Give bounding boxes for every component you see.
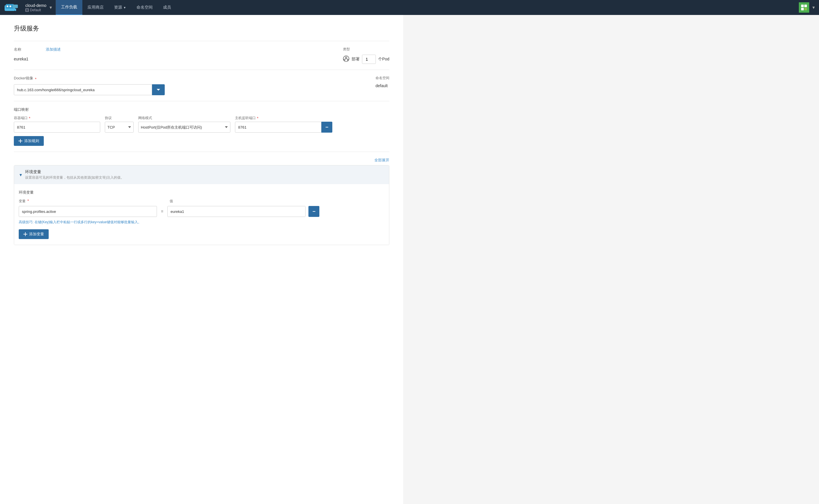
nav-link-namespace[interactable]: 命名空间 (131, 0, 158, 15)
env-val-header: 值 (169, 198, 308, 204)
add-var-label: 添加变量 (29, 232, 44, 237)
logo (3, 2, 20, 13)
name-group: 名称 eureka1 (14, 47, 28, 61)
svg-rect-12 (804, 8, 807, 10)
docker-dropdown-button[interactable] (152, 84, 165, 95)
nav-link-workload[interactable]: 工作负载 (56, 0, 82, 15)
divider-4 (14, 152, 389, 152)
env-val-input[interactable] (167, 206, 306, 217)
env-key-header: 变量 * (19, 198, 157, 204)
docker-image-input[interactable] (14, 84, 152, 95)
env-body: 环境变量 变量 * 值 = − 高级技巧: 在键(Key)输入栏中粘贴一行或多行… (14, 184, 389, 245)
svg-rect-8 (26, 10, 28, 10)
divider-3 (14, 101, 389, 101)
docker-label: Docker镜像 (14, 76, 33, 81)
remove-env-var-button[interactable]: − (309, 206, 319, 217)
namespace-section: 命名空间 default (376, 76, 389, 88)
expand-all-row: 全部展开 (14, 158, 389, 163)
add-desc-link[interactable]: 添加描述 (46, 47, 61, 52)
env-title: 环境变量 (25, 169, 124, 175)
namespace-value: default (376, 83, 389, 88)
type-section: 类型 部署 个Pod (343, 47, 389, 64)
env-hint: 高级技巧: 在键(Key)输入栏中粘贴一行或多行的key=value键值对能够批… (19, 220, 384, 225)
env-equals: = (160, 209, 164, 214)
docker-label-row: Docker镜像 * (14, 76, 347, 83)
name-type-row: 名称 eureka1 添加描述 类型 部署 (14, 47, 389, 64)
add-env-var-button[interactable]: 添加变量 (19, 229, 49, 239)
user-menu-caret[interactable]: ▼ (812, 5, 816, 10)
protocol-label: 协议 (105, 116, 134, 121)
svg-line-17 (345, 58, 346, 59)
env-subtitle: 设置容器可见的环境变量，包括从其他资源(如密文等)注入的值。 (25, 175, 124, 180)
pod-count-input[interactable] (362, 55, 376, 64)
port-section-title: 端口映射 (14, 107, 389, 112)
nav-links: 工作负载 应用商店 资源 ▼ 命名空间 成员 (56, 0, 176, 15)
name-label: 名称 (14, 47, 28, 52)
add-rule-button[interactable]: 添加规则 (14, 136, 44, 146)
container-port-label: 容器端口 (14, 116, 28, 121)
host-port-input[interactable] (235, 122, 321, 133)
top-navigation: cloud-demo Default ▼ 工作负载 应用商店 资源 ▼ 命名空间… (0, 0, 819, 15)
svg-point-3 (9, 5, 11, 7)
svg-rect-10 (804, 5, 807, 7)
protocol-select[interactable]: TCP UDP (105, 122, 134, 133)
container-port-required: * (29, 116, 30, 121)
type-row: 部署 个Pod (343, 55, 389, 64)
host-port-col: 主机监听端口 * − (235, 116, 332, 133)
env-key-input[interactable] (19, 206, 157, 217)
project-caret: ▼ (49, 5, 53, 10)
remove-port-button[interactable]: − (321, 122, 332, 133)
env-var-header-row: 变量 * 值 (19, 198, 384, 204)
svg-rect-5 (13, 9, 14, 11)
svg-point-14 (346, 57, 347, 58)
name-value: eureka1 (14, 57, 28, 61)
docker-input-row (14, 84, 347, 95)
host-port-required: * (257, 116, 258, 121)
svg-line-18 (346, 58, 348, 59)
port-mapping-row: 容器端口 * 协议 TCP UDP 网络模式 HostPort(仅Pod所在主机… (14, 116, 389, 133)
host-port-input-group: − (235, 122, 332, 133)
svg-rect-9 (801, 5, 804, 7)
deploy-label: 部署 (352, 57, 360, 62)
network-col: 网络模式 HostPort(仅Pod所在主机端口可访问) (138, 116, 231, 133)
add-rule-label: 添加规则 (24, 138, 39, 144)
pod-unit-label: 个Pod (378, 57, 389, 62)
env-section-header[interactable]: ▼ 环境变量 设置容器可见的环境变量，包括从其他资源(如密文等)注入的值。 (14, 165, 389, 184)
container-port-col: 容器端口 * (14, 116, 100, 133)
container-port-label-row: 容器端口 * (14, 116, 100, 121)
deploy-icon (343, 56, 349, 63)
docker-left: Docker镜像 * (14, 76, 347, 95)
protocol-col: 协议 TCP UDP (105, 116, 134, 133)
network-label: 网络模式 (138, 116, 231, 121)
svg-rect-11 (801, 8, 804, 10)
env-var-row: = − (19, 206, 384, 217)
project-sub: Default (25, 8, 46, 12)
docker-row: Docker镜像 * 命名空间 default (14, 76, 389, 95)
divider-2 (14, 70, 389, 70)
namespace-label: 命名空间 (376, 76, 389, 81)
svg-point-2 (7, 5, 8, 7)
env-chevron-icon: ▼ (19, 173, 23, 177)
env-vars-label: 环境变量 (19, 190, 384, 195)
user-avatar[interactable] (799, 2, 809, 13)
container-port-input[interactable] (14, 122, 100, 133)
nav-link-members[interactable]: 成员 (158, 0, 176, 15)
host-port-label-row: 主机监听端口 * (235, 116, 332, 121)
network-mode-select[interactable]: HostPort(仅Pod所在主机端口可访问) (138, 122, 231, 133)
host-port-label: 主机监听端口 (235, 116, 256, 121)
project-name: cloud-demo (25, 3, 46, 8)
nav-link-resources[interactable]: 资源 ▼ (109, 0, 131, 15)
svg-rect-4 (13, 5, 18, 8)
port-section: 端口映射 容器端口 * 协议 TCP UDP 网络模式 HostPort(仅Po (14, 107, 389, 146)
type-label: 类型 (343, 47, 389, 52)
env-section: ▼ 环境变量 设置容器可见的环境变量，包括从其他资源(如密文等)注入的值。 环境… (14, 165, 389, 245)
docker-required: * (35, 77, 36, 81)
page-content: 升级服务 名称 eureka1 添加描述 类型 (0, 15, 403, 504)
env-header-text: 环境变量 设置容器可见的环境变量，包括从其他资源(如密文等)注入的值。 (25, 169, 124, 180)
nav-link-appstore[interactable]: 应用商店 (82, 0, 109, 15)
page-title: 升级服务 (14, 24, 389, 33)
expand-all-link[interactable]: 全部展开 (374, 158, 389, 162)
project-selector[interactable]: cloud-demo Default ▼ (22, 0, 56, 15)
svg-rect-6 (15, 9, 16, 11)
